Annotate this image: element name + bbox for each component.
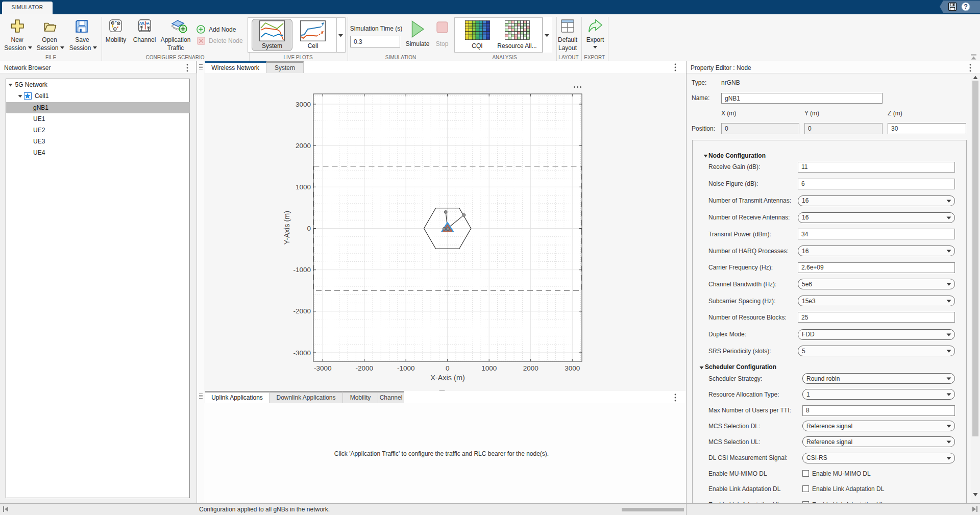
svg-text:-2000: -2000 xyxy=(293,307,311,315)
svg-text:Y-Axis (m): Y-Axis (m) xyxy=(283,211,291,244)
svg-text:1000: 1000 xyxy=(481,364,497,372)
svg-text:-1000: -1000 xyxy=(293,266,311,274)
svg-text:-3000: -3000 xyxy=(293,349,311,357)
svg-text:3000: 3000 xyxy=(296,101,311,108)
svg-text:2000: 2000 xyxy=(296,142,311,150)
svg-text:0: 0 xyxy=(307,225,311,232)
svg-text:-1000: -1000 xyxy=(397,364,415,372)
svg-text:?: ? xyxy=(964,3,968,10)
svg-text:0: 0 xyxy=(446,364,450,372)
svg-text:X-Axis (m): X-Axis (m) xyxy=(430,374,465,382)
svg-text:2000: 2000 xyxy=(523,364,538,372)
svg-text:-2000: -2000 xyxy=(355,364,373,372)
svg-text:-3000: -3000 xyxy=(314,364,332,372)
svg-text:3000: 3000 xyxy=(565,364,580,372)
svg-text:1000: 1000 xyxy=(296,183,311,191)
